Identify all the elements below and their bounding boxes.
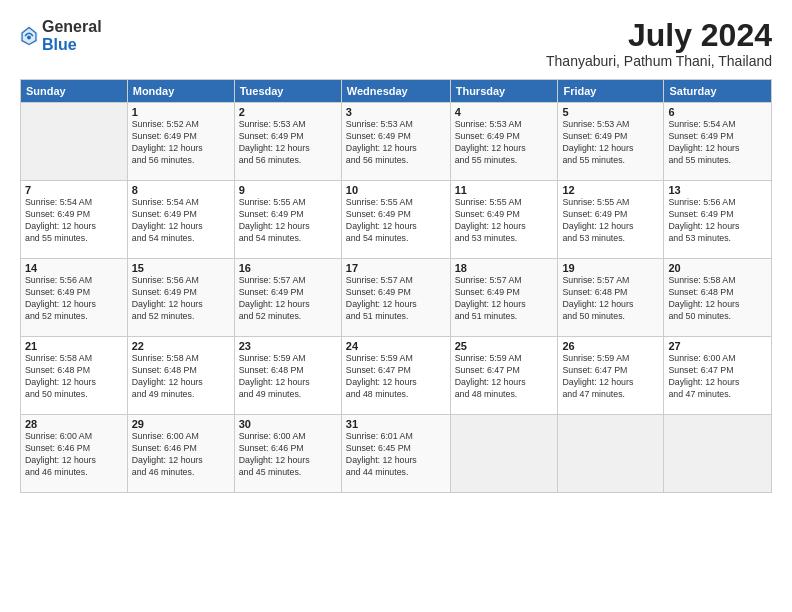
day-number: 28 <box>25 418 123 430</box>
day-header-saturday: Saturday <box>664 80 772 103</box>
calendar-cell: 24Sunrise: 5:59 AMSunset: 6:47 PMDayligh… <box>341 337 450 415</box>
cell-content: Sunrise: 5:57 AMSunset: 6:49 PMDaylight:… <box>455 275 554 323</box>
day-number: 25 <box>455 340 554 352</box>
logo-text: General Blue <box>42 18 102 53</box>
calendar-cell: 19Sunrise: 5:57 AMSunset: 6:48 PMDayligh… <box>558 259 664 337</box>
cell-content: Sunrise: 5:54 AMSunset: 6:49 PMDaylight:… <box>132 197 230 245</box>
location-title: Thanyaburi, Pathum Thani, Thailand <box>546 53 772 69</box>
calendar-cell: 5Sunrise: 5:53 AMSunset: 6:49 PMDaylight… <box>558 103 664 181</box>
day-header-monday: Monday <box>127 80 234 103</box>
calendar-cell: 18Sunrise: 5:57 AMSunset: 6:49 PMDayligh… <box>450 259 558 337</box>
calendar-cell: 1Sunrise: 5:52 AMSunset: 6:49 PMDaylight… <box>127 103 234 181</box>
day-number: 5 <box>562 106 659 118</box>
calendar-cell: 13Sunrise: 5:56 AMSunset: 6:49 PMDayligh… <box>664 181 772 259</box>
calendar-header-row: SundayMondayTuesdayWednesdayThursdayFrid… <box>21 80 772 103</box>
day-number: 24 <box>346 340 446 352</box>
day-number: 8 <box>132 184 230 196</box>
day-number: 6 <box>668 106 767 118</box>
day-number: 1 <box>132 106 230 118</box>
cell-content: Sunrise: 6:01 AMSunset: 6:45 PMDaylight:… <box>346 431 446 479</box>
calendar-cell: 21Sunrise: 5:58 AMSunset: 6:48 PMDayligh… <box>21 337 128 415</box>
cell-content: Sunrise: 5:53 AMSunset: 6:49 PMDaylight:… <box>346 119 446 167</box>
cell-content: Sunrise: 5:57 AMSunset: 6:49 PMDaylight:… <box>346 275 446 323</box>
calendar-cell <box>664 415 772 493</box>
day-number: 14 <box>25 262 123 274</box>
day-number: 19 <box>562 262 659 274</box>
cell-content: Sunrise: 5:55 AMSunset: 6:49 PMDaylight:… <box>346 197 446 245</box>
calendar-cell: 11Sunrise: 5:55 AMSunset: 6:49 PMDayligh… <box>450 181 558 259</box>
calendar-cell: 30Sunrise: 6:00 AMSunset: 6:46 PMDayligh… <box>234 415 341 493</box>
day-number: 4 <box>455 106 554 118</box>
calendar-cell <box>558 415 664 493</box>
cell-content: Sunrise: 5:59 AMSunset: 6:48 PMDaylight:… <box>239 353 337 401</box>
day-number: 17 <box>346 262 446 274</box>
cell-content: Sunrise: 5:59 AMSunset: 6:47 PMDaylight:… <box>346 353 446 401</box>
calendar-cell: 29Sunrise: 6:00 AMSunset: 6:46 PMDayligh… <box>127 415 234 493</box>
calendar-week-5: 28Sunrise: 6:00 AMSunset: 6:46 PMDayligh… <box>21 415 772 493</box>
calendar-week-2: 7Sunrise: 5:54 AMSunset: 6:49 PMDaylight… <box>21 181 772 259</box>
day-number: 26 <box>562 340 659 352</box>
calendar-week-3: 14Sunrise: 5:56 AMSunset: 6:49 PMDayligh… <box>21 259 772 337</box>
day-number: 2 <box>239 106 337 118</box>
cell-content: Sunrise: 5:53 AMSunset: 6:49 PMDaylight:… <box>562 119 659 167</box>
logo: General Blue <box>20 18 102 53</box>
cell-content: Sunrise: 5:54 AMSunset: 6:49 PMDaylight:… <box>668 119 767 167</box>
calendar-cell: 22Sunrise: 5:58 AMSunset: 6:48 PMDayligh… <box>127 337 234 415</box>
cell-content: Sunrise: 6:00 AMSunset: 6:46 PMDaylight:… <box>132 431 230 479</box>
day-number: 21 <box>25 340 123 352</box>
cell-content: Sunrise: 5:57 AMSunset: 6:48 PMDaylight:… <box>562 275 659 323</box>
day-header-friday: Friday <box>558 80 664 103</box>
day-number: 29 <box>132 418 230 430</box>
day-header-wednesday: Wednesday <box>341 80 450 103</box>
cell-content: Sunrise: 5:59 AMSunset: 6:47 PMDaylight:… <box>455 353 554 401</box>
calendar-cell: 2Sunrise: 5:53 AMSunset: 6:49 PMDaylight… <box>234 103 341 181</box>
day-number: 13 <box>668 184 767 196</box>
logo-general: General <box>42 18 102 36</box>
day-number: 30 <box>239 418 337 430</box>
calendar-cell <box>450 415 558 493</box>
cell-content: Sunrise: 5:56 AMSunset: 6:49 PMDaylight:… <box>668 197 767 245</box>
month-title: July 2024 <box>546 18 772 53</box>
cell-content: Sunrise: 5:58 AMSunset: 6:48 PMDaylight:… <box>668 275 767 323</box>
day-number: 27 <box>668 340 767 352</box>
cell-content: Sunrise: 5:52 AMSunset: 6:49 PMDaylight:… <box>132 119 230 167</box>
cell-content: Sunrise: 5:54 AMSunset: 6:49 PMDaylight:… <box>25 197 123 245</box>
day-header-sunday: Sunday <box>21 80 128 103</box>
day-number: 12 <box>562 184 659 196</box>
cell-content: Sunrise: 6:00 AMSunset: 6:46 PMDaylight:… <box>25 431 123 479</box>
day-number: 23 <box>239 340 337 352</box>
calendar-cell: 10Sunrise: 5:55 AMSunset: 6:49 PMDayligh… <box>341 181 450 259</box>
day-number: 20 <box>668 262 767 274</box>
cell-content: Sunrise: 5:53 AMSunset: 6:49 PMDaylight:… <box>455 119 554 167</box>
svg-point-2 <box>27 35 31 39</box>
day-header-tuesday: Tuesday <box>234 80 341 103</box>
calendar-cell: 3Sunrise: 5:53 AMSunset: 6:49 PMDaylight… <box>341 103 450 181</box>
calendar-cell: 23Sunrise: 5:59 AMSunset: 6:48 PMDayligh… <box>234 337 341 415</box>
cell-content: Sunrise: 6:00 AMSunset: 6:47 PMDaylight:… <box>668 353 767 401</box>
logo-icon <box>20 26 38 46</box>
day-number: 16 <box>239 262 337 274</box>
cell-content: Sunrise: 5:58 AMSunset: 6:48 PMDaylight:… <box>132 353 230 401</box>
calendar-cell: 20Sunrise: 5:58 AMSunset: 6:48 PMDayligh… <box>664 259 772 337</box>
cell-content: Sunrise: 5:57 AMSunset: 6:49 PMDaylight:… <box>239 275 337 323</box>
cell-content: Sunrise: 5:55 AMSunset: 6:49 PMDaylight:… <box>562 197 659 245</box>
day-number: 7 <box>25 184 123 196</box>
cell-content: Sunrise: 6:00 AMSunset: 6:46 PMDaylight:… <box>239 431 337 479</box>
calendar-cell: 7Sunrise: 5:54 AMSunset: 6:49 PMDaylight… <box>21 181 128 259</box>
calendar-cell <box>21 103 128 181</box>
calendar-cell: 6Sunrise: 5:54 AMSunset: 6:49 PMDaylight… <box>664 103 772 181</box>
calendar-cell: 28Sunrise: 6:00 AMSunset: 6:46 PMDayligh… <box>21 415 128 493</box>
calendar-cell: 12Sunrise: 5:55 AMSunset: 6:49 PMDayligh… <box>558 181 664 259</box>
day-number: 11 <box>455 184 554 196</box>
title-block: July 2024 Thanyaburi, Pathum Thani, Thai… <box>546 18 772 69</box>
cell-content: Sunrise: 5:56 AMSunset: 6:49 PMDaylight:… <box>25 275 123 323</box>
calendar-cell: 4Sunrise: 5:53 AMSunset: 6:49 PMDaylight… <box>450 103 558 181</box>
cell-content: Sunrise: 5:58 AMSunset: 6:48 PMDaylight:… <box>25 353 123 401</box>
calendar-cell: 15Sunrise: 5:56 AMSunset: 6:49 PMDayligh… <box>127 259 234 337</box>
calendar-cell: 25Sunrise: 5:59 AMSunset: 6:47 PMDayligh… <box>450 337 558 415</box>
cell-content: Sunrise: 5:55 AMSunset: 6:49 PMDaylight:… <box>455 197 554 245</box>
day-number: 31 <box>346 418 446 430</box>
calendar-cell: 27Sunrise: 6:00 AMSunset: 6:47 PMDayligh… <box>664 337 772 415</box>
calendar-cell: 8Sunrise: 5:54 AMSunset: 6:49 PMDaylight… <box>127 181 234 259</box>
calendar-cell: 9Sunrise: 5:55 AMSunset: 6:49 PMDaylight… <box>234 181 341 259</box>
